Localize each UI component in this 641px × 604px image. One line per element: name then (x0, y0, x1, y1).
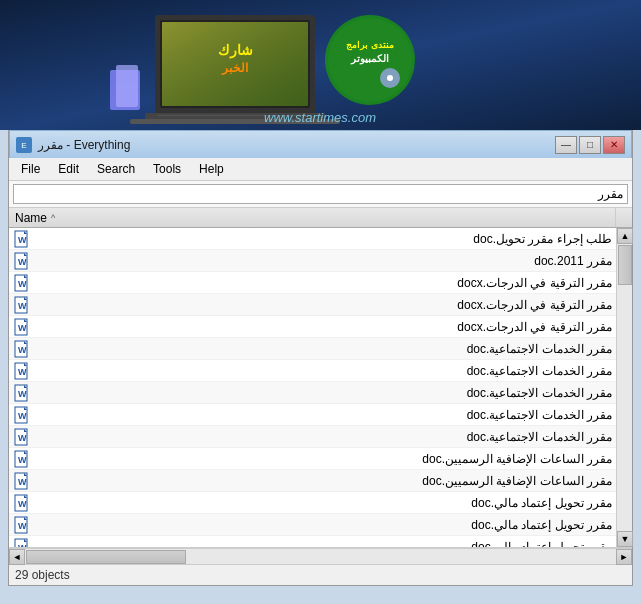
svg-text:W: W (18, 455, 27, 465)
file-name: مقرر تحويل إعتماد مالي.doc (35, 540, 612, 548)
table-row[interactable]: Wمقرر الساعات الإضافية الرسميين.doc (9, 448, 616, 470)
maximize-button[interactable]: □ (579, 136, 601, 154)
column-header: Name ^ (9, 208, 632, 228)
file-name: مقرر الخدمات الاجتماعية.doc (35, 430, 612, 444)
file-name: مقرر الترقية في الدرجات.docx (35, 320, 612, 334)
search-input[interactable] (13, 184, 628, 204)
svg-text:W: W (18, 301, 27, 311)
table-row[interactable]: Wمقرر الخدمات الاجتماعية.doc (9, 404, 616, 426)
vertical-scrollbar[interactable]: ▲ ▼ (616, 228, 632, 547)
svg-text:W: W (18, 433, 27, 443)
svg-text:E: E (21, 141, 26, 150)
table-row[interactable]: Wمقرر الخدمات الاجتماعية.doc (9, 338, 616, 360)
horizontal-scrollbar[interactable]: ◄ ► (9, 548, 632, 564)
table-row[interactable]: Wمقرر الخدمات الاجتماعية.doc (9, 360, 616, 382)
svg-rect-18 (116, 65, 138, 107)
menu-help[interactable]: Help (191, 160, 232, 178)
menu-search[interactable]: Search (89, 160, 143, 178)
file-icon: W (13, 362, 31, 380)
file-list: Wطلب إجراء مقرر تحويل.docWمقرر 2011.docW… (9, 228, 616, 547)
svg-text:W: W (18, 477, 27, 487)
svg-text:W: W (18, 543, 27, 548)
table-row[interactable]: Wمقرر تحويل إعتماد مالي.doc (9, 536, 616, 547)
file-icon: W (13, 406, 31, 424)
file-name: مقرر الساعات الإضافية الرسميين.doc (35, 474, 612, 488)
file-name: طلب إجراء مقرر تحويل.doc (35, 232, 612, 246)
svg-text:W: W (18, 499, 27, 509)
table-row[interactable]: Wمقرر الترقية في الدرجات.docx (9, 272, 616, 294)
object-count: 29 objects (15, 568, 70, 582)
file-icon: W (13, 252, 31, 270)
table-row[interactable]: Wمقرر الساعات الإضافية الرسميين.doc (9, 470, 616, 492)
file-name: مقرر الخدمات الاجتماعية.doc (35, 386, 612, 400)
file-icon: W (13, 230, 31, 248)
file-icon: W (13, 318, 31, 336)
svg-text:الخبر: الخبر (221, 61, 248, 75)
scroll-thumb[interactable] (618, 245, 632, 285)
title-bar: E مقرر - Everything — □ ✕ (9, 130, 632, 158)
svg-text:W: W (18, 279, 27, 289)
file-name: مقرر الساعات الإضافية الرسميين.doc (35, 452, 612, 466)
search-bar (9, 181, 632, 208)
file-icon: W (13, 494, 31, 512)
title-buttons: — □ ✕ (555, 136, 625, 154)
title-bar-left: E مقرر - Everything (16, 137, 130, 153)
file-icon: W (13, 296, 31, 314)
file-icon: W (13, 340, 31, 358)
svg-text:شارك: شارك (218, 42, 253, 59)
svg-text:www.startimes.com: www.startimes.com (264, 110, 376, 125)
table-row[interactable]: Wمقرر تحويل إعتماد مالي.doc (9, 514, 616, 536)
svg-text:W: W (18, 257, 27, 267)
file-list-container: Wطلب إجراء مقرر تحويل.docWمقرر 2011.docW… (9, 228, 632, 548)
everything-icon: E (16, 137, 32, 153)
file-icon: W (13, 516, 31, 534)
file-name: مقرر الترقية في الدرجات.docx (35, 276, 612, 290)
file-name: مقرر الخدمات الاجتماعية.doc (35, 408, 612, 422)
svg-text:W: W (18, 389, 27, 399)
svg-text:W: W (18, 521, 27, 531)
hscroll-track[interactable] (25, 549, 616, 564)
name-column-header[interactable]: Name ^ (9, 208, 616, 227)
hscroll-thumb[interactable] (26, 550, 186, 564)
table-row[interactable]: Wمقرر 2011.doc (9, 250, 616, 272)
banner: شارك الخبر منتدى برامج الكمبيوتر www.sta… (0, 0, 641, 130)
file-list-scroll-area: Wطلب إجراء مقرر تحويل.docWمقرر 2011.docW… (9, 228, 616, 547)
table-row[interactable]: Wمقرر الخدمات الاجتماعية.doc (9, 426, 616, 448)
file-name: مقرر الخدمات الاجتماعية.doc (35, 342, 612, 356)
sort-indicator: ^ (51, 213, 55, 223)
file-name: مقرر تحويل إعتماد مالي.doc (35, 518, 612, 532)
hscroll-left-button[interactable]: ◄ (9, 549, 25, 565)
svg-text:W: W (18, 235, 27, 245)
file-icon: W (13, 538, 31, 548)
table-row[interactable]: Wمقرر الترقية في الدرجات.docx (9, 316, 616, 338)
everything-window: E مقرر - Everything — □ ✕ File Edit Sear… (8, 130, 633, 586)
table-row[interactable]: Wطلب إجراء مقرر تحويل.doc (9, 228, 616, 250)
menu-tools[interactable]: Tools (145, 160, 189, 178)
svg-point-16 (387, 75, 393, 81)
menu-file[interactable]: File (13, 160, 48, 178)
file-name: مقرر تحويل إعتماد مالي.doc (35, 496, 612, 510)
file-name: مقرر الترقية في الدرجات.docx (35, 298, 612, 312)
scroll-up-button[interactable]: ▲ (617, 228, 633, 244)
file-icon: W (13, 274, 31, 292)
svg-text:W: W (18, 367, 27, 377)
file-icon: W (13, 428, 31, 446)
minimize-button[interactable]: — (555, 136, 577, 154)
name-column-label: Name (15, 211, 47, 225)
file-name: مقرر الخدمات الاجتماعية.doc (35, 364, 612, 378)
scroll-track[interactable] (617, 244, 632, 531)
window-title: مقرر - Everything (38, 138, 130, 152)
banner-content: شارك الخبر منتدى برامج الكمبيوتر www.sta… (0, 0, 641, 130)
file-name: مقرر 2011.doc (35, 254, 612, 268)
close-button[interactable]: ✕ (603, 136, 625, 154)
menu-edit[interactable]: Edit (50, 160, 87, 178)
table-row[interactable]: Wمقرر تحويل إعتماد مالي.doc (9, 492, 616, 514)
svg-text:W: W (18, 411, 27, 421)
table-row[interactable]: Wمقرر الخدمات الاجتماعية.doc (9, 382, 616, 404)
svg-text:W: W (18, 323, 27, 333)
file-icon: W (13, 472, 31, 490)
file-icon: W (13, 384, 31, 402)
scroll-down-button[interactable]: ▼ (617, 531, 633, 547)
hscroll-right-button[interactable]: ► (616, 549, 632, 565)
table-row[interactable]: Wمقرر الترقية في الدرجات.docx (9, 294, 616, 316)
